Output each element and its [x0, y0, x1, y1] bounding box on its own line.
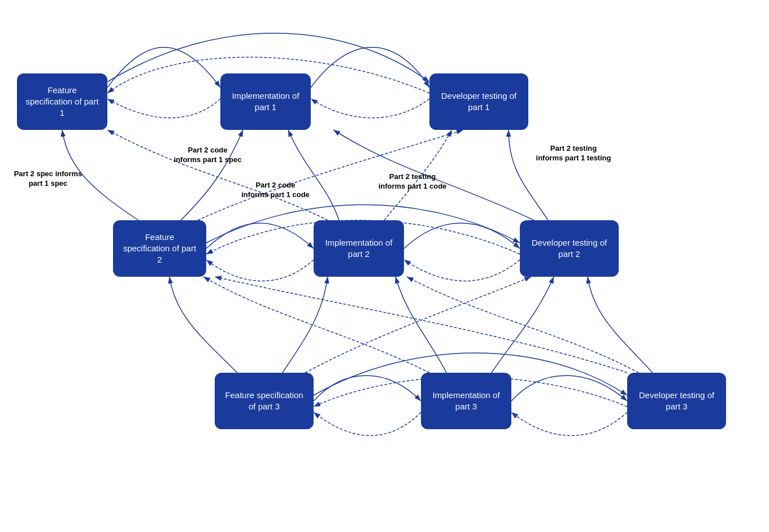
node-r1c1: Feature specification of part 1: [17, 73, 107, 130]
node-r2c2: Implementation of part 2: [314, 220, 404, 277]
node-r2c1: Feature specification of part 2: [113, 220, 206, 277]
node-r3c1: Feature specification of part 3: [215, 373, 314, 429]
node-r3c3: Developer testing of part 3: [627, 373, 726, 429]
node-r3c2: Implementation of part 3: [421, 373, 511, 429]
label-part2spec-informs-part1spec: Part 2 spec informs part 1 spec: [11, 169, 85, 189]
node-r2c3: Developer testing of part 2: [520, 220, 619, 277]
diagram-container: Feature specification of part 1 Implemen…: [0, 0, 769, 532]
label-part2testing-informs-part1code: Part 2 testinginforms part 1 code: [367, 172, 458, 191]
node-r1c2: Implementation of part 1: [220, 73, 311, 130]
node-r1c3: Developer testing of part 1: [429, 73, 528, 130]
label-part2testing-informs-part1testing: Part 2 testinginforms part 1 testing: [525, 144, 622, 163]
label-part2code-informs-part1code: Part 2 codeinforms part 1 code: [234, 181, 316, 200]
label-part2code-informs-part1spec: Part 2 codeinforms part 1 spec: [167, 146, 249, 165]
